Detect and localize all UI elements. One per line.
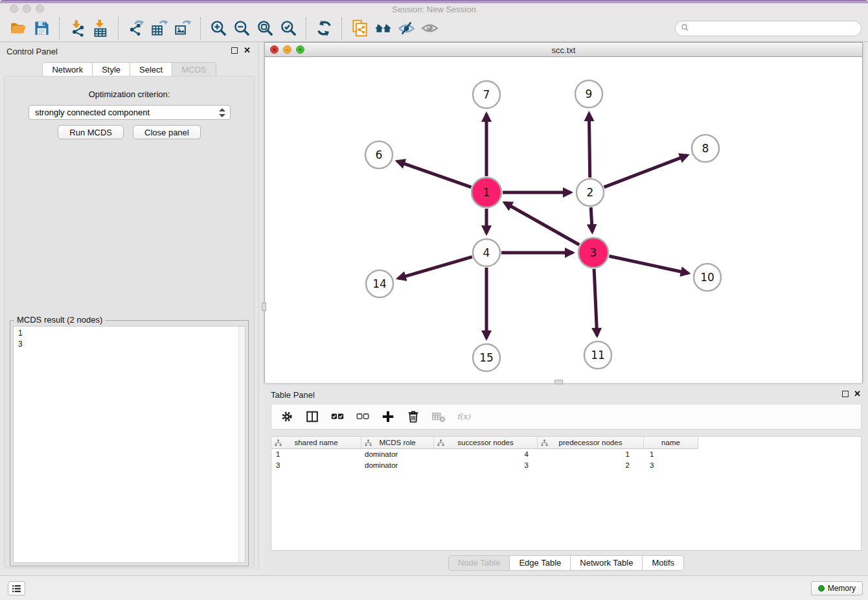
table-header-row: shared nameMCDS rolesuccessor nodesprede…	[271, 437, 861, 449]
import-network-icon[interactable]	[65, 17, 89, 40]
toolbar-separator	[341, 17, 342, 40]
import-table-icon[interactable]	[89, 17, 112, 40]
tab-motifs[interactable]: Motifs	[642, 555, 684, 571]
control-panel-title: Control Panel	[6, 47, 58, 56]
hide-graphics-details-icon[interactable]	[394, 17, 418, 40]
table-row[interactable]: 3dominator323	[271, 460, 861, 471]
node-label-9: 9	[586, 87, 593, 100]
edge-4-14[interactable]	[398, 257, 472, 278]
optimization-criterion-label: Optimization criterion:	[5, 89, 254, 99]
node-table: shared nameMCDS rolesuccessor nodesprede…	[271, 436, 862, 551]
export-network-icon[interactable]	[124, 17, 148, 40]
float-panel-icon[interactable]	[842, 391, 849, 397]
table-panel-header: Table Panel ✕	[264, 386, 868, 402]
edge-3-1[interactable]	[505, 203, 579, 245]
table-row[interactable]: 1dominator411	[271, 449, 861, 460]
node-label-7: 7	[483, 88, 490, 101]
close-panel-icon[interactable]: ✕	[854, 389, 861, 398]
svg-text:f(x): f(x)	[457, 412, 471, 421]
edge-3-11[interactable]	[594, 269, 597, 336]
network-view-window: ✕ − + scc.txt 7968124314101511	[264, 42, 863, 383]
close-panel-icon[interactable]: ✕	[244, 46, 251, 55]
column-header-icon	[541, 439, 548, 446]
zoom-fit-icon[interactable]	[253, 17, 277, 40]
refresh-icon[interactable]	[312, 17, 336, 40]
search-input[interactable]	[692, 24, 856, 33]
control-panel-header: Control Panel ✕	[0, 42, 258, 59]
node-label-6: 6	[376, 148, 383, 161]
toolbar-separator	[306, 17, 306, 40]
horizontal-splitter-grip[interactable]	[554, 380, 563, 384]
table-cell[interactable]: dominator	[361, 449, 434, 460]
menu-list-icon[interactable]	[8, 581, 25, 595]
open-file-icon[interactable]	[6, 17, 30, 40]
main-toolbar	[0, 15, 868, 42]
network-canvas[interactable]: 7968124314101511	[265, 57, 862, 383]
memory-label: Memory	[828, 584, 856, 593]
edge-1-6[interactable]	[397, 161, 471, 187]
deselect-columns-icon[interactable]	[355, 409, 371, 424]
zoom-in-icon[interactable]	[207, 17, 230, 40]
edge-3-10[interactable]	[609, 256, 688, 273]
zoom-out-icon[interactable]	[230, 17, 253, 40]
column-header-predecessor-nodes[interactable]: predecessor nodes	[538, 437, 644, 449]
networks-home-icon[interactable]	[371, 17, 394, 40]
table-cell[interactable]: 3	[644, 460, 698, 471]
column-header-shared-name[interactable]: shared name	[271, 437, 361, 449]
close-panel-button[interactable]: Close panel	[133, 125, 201, 139]
export-image-icon[interactable]	[171, 17, 194, 40]
node-label-15: 15	[479, 351, 494, 364]
table-toolbar: f(x)	[271, 404, 862, 430]
vertical-splitter-grip[interactable]	[262, 303, 266, 311]
table-panel-title: Table Panel	[271, 390, 315, 400]
search-icon	[681, 23, 689, 34]
network-window-titlebar: ✕ − + scc.txt	[265, 43, 862, 57]
column-header-MCDS-role[interactable]: MCDS role	[361, 437, 434, 449]
table-panel: Table Panel ✕ f(x) shared nameMCDS roles…	[264, 386, 868, 575]
column-header-name[interactable]: name	[644, 437, 698, 449]
tab-node-table[interactable]: Node Table	[448, 555, 510, 571]
table-cell[interactable]: 4	[434, 449, 538, 460]
table-cell[interactable]: 3	[271, 460, 361, 471]
toolbar-separator	[200, 17, 201, 40]
table-cell[interactable]: 2	[538, 460, 644, 471]
result-scrollbar[interactable]	[238, 327, 245, 562]
add-column-icon[interactable]	[380, 409, 396, 424]
split-table-icon[interactable]	[304, 409, 320, 424]
run-mcds-button[interactable]: Run MCDS	[58, 125, 124, 139]
mcds-result-textarea[interactable]: 1 3	[13, 326, 246, 563]
memory-status-icon	[818, 585, 825, 592]
select-columns-icon[interactable]	[330, 409, 345, 424]
column-header-successor-nodes[interactable]: successor nodes	[434, 437, 538, 449]
node-label-1: 1	[483, 186, 490, 199]
edge-2-3[interactable]	[591, 207, 592, 232]
export-table-icon[interactable]	[148, 17, 171, 40]
titlebar: Session: New Session	[0, 3, 868, 15]
table-cell[interactable]: 1	[644, 449, 698, 460]
toolbar-separator	[118, 17, 119, 40]
delete-column-icon[interactable]	[405, 409, 421, 424]
edge-2-9[interactable]	[589, 113, 589, 178]
mcds-result-values: 1 3	[14, 327, 238, 562]
tab-network-table[interactable]: Network Table	[570, 555, 643, 571]
tab-edge-table[interactable]: Edge Table	[509, 555, 571, 571]
table-cell[interactable]: 1	[538, 449, 644, 460]
table-cell[interactable]: 1	[271, 449, 361, 460]
memory-button[interactable]: Memory	[811, 581, 863, 595]
column-header-icon	[365, 439, 372, 446]
mcds-result-group: MCDS result (2 nodes) 1 3	[10, 320, 249, 566]
network-window-title: scc.txt	[265, 45, 862, 55]
show-graphics-details-icon	[418, 17, 441, 40]
search-box[interactable]	[675, 21, 862, 36]
table-cell[interactable]: dominator	[361, 460, 434, 471]
duplicate-network-icon[interactable]	[348, 17, 371, 40]
table-cell[interactable]: 3	[434, 460, 538, 471]
save-icon[interactable]	[30, 17, 53, 40]
float-panel-icon[interactable]	[231, 47, 238, 54]
gear-icon[interactable]	[279, 409, 295, 424]
zoom-selected-icon[interactable]	[277, 17, 300, 40]
node-label-3: 3	[590, 246, 597, 259]
dropdown-selected-value: strongly connected component	[35, 108, 150, 117]
optimization-criterion-dropdown[interactable]: strongly connected component	[29, 105, 231, 120]
edge-2-8[interactable]	[604, 156, 688, 187]
